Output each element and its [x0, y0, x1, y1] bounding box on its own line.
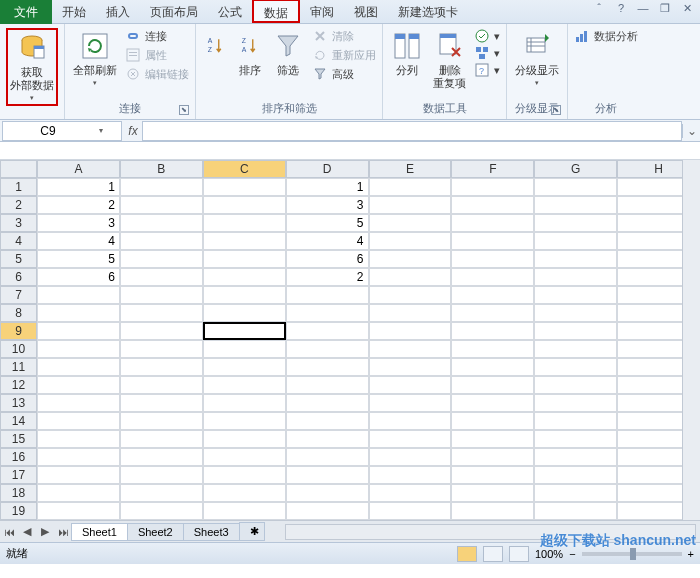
outline-button[interactable]: 分级显示 ▾ [513, 28, 561, 89]
cell-F18[interactable] [451, 484, 534, 502]
help-icon[interactable]: ? [614, 2, 628, 16]
refresh-all-button[interactable]: 全部刷新 ▾ [71, 28, 119, 89]
cell-G7[interactable] [534, 286, 617, 304]
cell-E11[interactable] [369, 358, 452, 376]
sheet-tab-3[interactable]: Sheet3 [183, 523, 240, 541]
row-header-13[interactable]: 13 [0, 394, 37, 412]
cell-D17[interactable] [286, 466, 369, 484]
cell-F3[interactable] [451, 214, 534, 232]
window-close-icon[interactable]: ✕ [680, 2, 694, 16]
cell-B5[interactable] [120, 250, 203, 268]
row-header-17[interactable]: 17 [0, 466, 37, 484]
cell-B1[interactable] [120, 178, 203, 196]
dialog-launcher-icon[interactable]: ⬊ [179, 105, 189, 115]
cell-A10[interactable] [37, 340, 120, 358]
cell-D8[interactable] [286, 304, 369, 322]
cell-D6[interactable]: 2 [286, 268, 369, 286]
cell-B14[interactable] [120, 412, 203, 430]
row-header-8[interactable]: 8 [0, 304, 37, 322]
cell-B17[interactable] [120, 466, 203, 484]
tab-home[interactable]: 开始 [52, 0, 96, 24]
cell-G4[interactable] [534, 232, 617, 250]
cell-F10[interactable] [451, 340, 534, 358]
cell-C4[interactable] [203, 232, 286, 250]
cell-A19[interactable] [37, 502, 120, 520]
view-page-layout-button[interactable] [483, 546, 503, 562]
sheet-nav-first-icon[interactable]: ⏮ [0, 526, 18, 538]
cell-A16[interactable] [37, 448, 120, 466]
cell-F15[interactable] [451, 430, 534, 448]
cell-G19[interactable] [534, 502, 617, 520]
tab-new-tab[interactable]: 新建选项卡 [388, 0, 468, 24]
row-header-7[interactable]: 7 [0, 286, 37, 304]
cell-C8[interactable] [203, 304, 286, 322]
cell-D14[interactable] [286, 412, 369, 430]
sheet-nav-last-icon[interactable]: ⏭ [54, 526, 72, 538]
tab-review[interactable]: 审阅 [300, 0, 344, 24]
cell-B10[interactable] [120, 340, 203, 358]
row-header-19[interactable]: 19 [0, 502, 37, 520]
cell-E1[interactable] [369, 178, 452, 196]
col-header-C[interactable]: C [203, 160, 286, 178]
cell-A4[interactable]: 4 [37, 232, 120, 250]
cell-A6[interactable]: 6 [37, 268, 120, 286]
cell-B13[interactable] [120, 394, 203, 412]
cell-B7[interactable] [120, 286, 203, 304]
cell-C17[interactable] [203, 466, 286, 484]
cell-A17[interactable] [37, 466, 120, 484]
filter-button[interactable]: 筛选 [270, 28, 306, 79]
formula-bar-expand-icon[interactable]: ⌄ [682, 124, 700, 138]
sheet-tab-2[interactable]: Sheet2 [127, 523, 184, 541]
cell-E7[interactable] [369, 286, 452, 304]
row-header-18[interactable]: 18 [0, 484, 37, 502]
row-header-12[interactable]: 12 [0, 376, 37, 394]
row-header-10[interactable]: 10 [0, 340, 37, 358]
cell-E4[interactable] [369, 232, 452, 250]
cell-F9[interactable] [451, 322, 534, 340]
col-header-D[interactable]: D [286, 160, 369, 178]
row-header-11[interactable]: 11 [0, 358, 37, 376]
cell-B8[interactable] [120, 304, 203, 322]
cell-B15[interactable] [120, 430, 203, 448]
cell-F13[interactable] [451, 394, 534, 412]
cell-F11[interactable] [451, 358, 534, 376]
cell-F19[interactable] [451, 502, 534, 520]
reapply-button[interactable]: 重新应用 [312, 47, 376, 63]
cell-C18[interactable] [203, 484, 286, 502]
zoom-slider[interactable] [582, 552, 682, 556]
cell-C2[interactable] [203, 196, 286, 214]
row-header-3[interactable]: 3 [0, 214, 37, 232]
cell-E2[interactable] [369, 196, 452, 214]
cell-B2[interactable] [120, 196, 203, 214]
cell-C9[interactable] [203, 322, 286, 340]
advanced-button[interactable]: 高级 [312, 66, 376, 82]
properties-button[interactable]: 属性 [125, 47, 189, 63]
cell-B18[interactable] [120, 484, 203, 502]
cell-E15[interactable] [369, 430, 452, 448]
col-header-G[interactable]: G [534, 160, 617, 178]
cell-C10[interactable] [203, 340, 286, 358]
clear-button[interactable]: 清除 [312, 28, 376, 44]
cell-G3[interactable] [534, 214, 617, 232]
remove-duplicates-button[interactable]: 删除 重复项 [431, 28, 468, 92]
text-to-columns-button[interactable]: 分列 [389, 28, 425, 79]
col-header-A[interactable]: A [37, 160, 120, 178]
name-box-input[interactable] [3, 124, 93, 138]
cell-A9[interactable] [37, 322, 120, 340]
cell-E10[interactable] [369, 340, 452, 358]
cell-D5[interactable]: 6 [286, 250, 369, 268]
row-header-15[interactable]: 15 [0, 430, 37, 448]
cell-F17[interactable] [451, 466, 534, 484]
data-validation-button[interactable]: ▾ [474, 28, 500, 44]
cell-E13[interactable] [369, 394, 452, 412]
name-box[interactable]: ▾ [2, 121, 122, 141]
cell-F16[interactable] [451, 448, 534, 466]
cell-B11[interactable] [120, 358, 203, 376]
tab-file[interactable]: 文件 [0, 0, 52, 24]
cell-D9[interactable] [286, 322, 369, 340]
cell-C14[interactable] [203, 412, 286, 430]
get-external-data-button[interactable]: 获取 外部数据 ▾ [6, 28, 58, 106]
cell-D16[interactable] [286, 448, 369, 466]
cell-G17[interactable] [534, 466, 617, 484]
cell-A13[interactable] [37, 394, 120, 412]
